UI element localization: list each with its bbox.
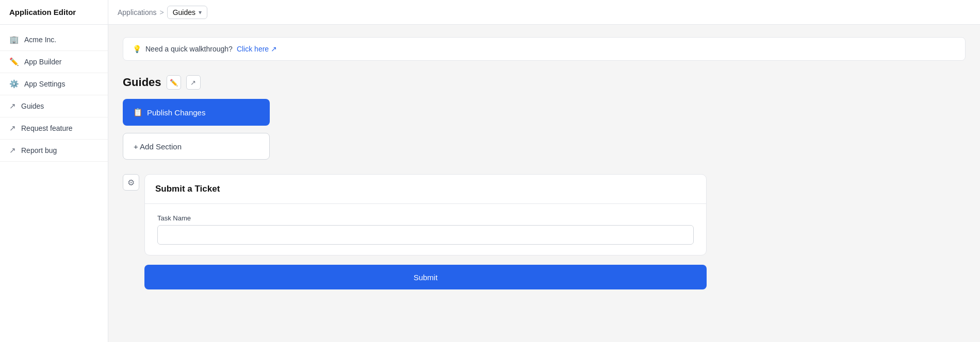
breadcrumb-separator: >: [160, 8, 164, 16]
sidebar: Application Editor 🏢 Acme Inc. ✏️ App Bu…: [0, 0, 108, 342]
bulb-icon: 💡: [133, 45, 141, 53]
external-link-icon: ↗: [9, 101, 16, 111]
sidebar-item-label: App Builder: [24, 58, 61, 66]
content-area: 💡 Need a quick walkthrough? Click here ↗…: [108, 25, 980, 342]
publish-icon: 📋: [133, 108, 143, 117]
sidebar-item-label: Report bug: [21, 146, 57, 155]
submit-ticket-section: Submit a Ticket Task Name: [144, 174, 707, 255]
section-settings-button[interactable]: ⚙: [123, 174, 139, 191]
page-heading: Guides ✏️ ↗: [123, 75, 966, 90]
gear-icon: ⚙️: [9, 79, 19, 89]
sidebar-item-acme[interactable]: 🏢 Acme Inc.: [0, 29, 108, 51]
walkthrough-text: Need a quick walkthrough?: [145, 45, 233, 53]
publish-label: Publish Changes: [147, 108, 205, 117]
sidebar-item-app-settings[interactable]: ⚙️ App Settings: [0, 73, 108, 95]
breadcrumb-current-label: Guides: [173, 8, 195, 16]
section-title: Submit a Ticket: [155, 184, 220, 194]
section-header: Submit a Ticket: [145, 175, 706, 204]
sidebar-item-request-feature[interactable]: ↗ Request feature: [0, 117, 108, 140]
submit-button[interactable]: Submit: [144, 265, 707, 289]
external-link-button[interactable]: ↗: [186, 75, 201, 90]
sidebar-item-label: Guides: [21, 102, 44, 110]
building-icon: 🏢: [9, 35, 19, 44]
add-section-label: + Add Section: [134, 142, 182, 151]
main-content: Applications > Guides ▾ 💡 Need a quick w…: [108, 0, 980, 342]
pencil-icon: ✏️: [9, 57, 19, 66]
sidebar-item-label: Request feature: [21, 124, 73, 132]
sidebar-item-guides[interactable]: ↗ Guides: [0, 95, 108, 117]
sidebar-item-app-builder[interactable]: ✏️ App Builder: [0, 51, 108, 73]
page-title: Guides: [123, 76, 161, 89]
breadcrumb-guides-dropdown[interactable]: Guides ▾: [167, 6, 207, 19]
breadcrumb-applications[interactable]: Applications: [118, 8, 157, 16]
chevron-down-icon: ▾: [199, 9, 202, 16]
sidebar-item-label: App Settings: [24, 80, 65, 88]
add-section-button[interactable]: + Add Section: [123, 133, 270, 160]
task-name-label: Task Name: [157, 214, 694, 222]
task-name-input[interactable]: [157, 225, 694, 245]
sidebar-nav: 🏢 Acme Inc. ✏️ App Builder ⚙️ App Settin…: [0, 25, 108, 342]
sidebar-item-label: Acme Inc.: [24, 36, 56, 44]
external-link-icon: ↗: [9, 124, 16, 133]
sidebar-item-report-bug[interactable]: ↗ Report bug: [0, 140, 108, 162]
settings-icon: ⚙: [127, 178, 135, 187]
edit-title-button[interactable]: ✏️: [167, 75, 181, 90]
walkthrough-banner: 💡 Need a quick walkthrough? Click here ↗: [123, 37, 966, 61]
sidebar-title: Application Editor: [0, 0, 108, 25]
walkthrough-link[interactable]: Click here ↗: [237, 45, 277, 53]
header: Applications > Guides ▾: [108, 0, 980, 25]
section-form-content: Task Name: [145, 204, 706, 255]
publish-changes-button[interactable]: 📋 Publish Changes: [123, 99, 270, 126]
external-link-icon: ↗: [9, 146, 16, 155]
